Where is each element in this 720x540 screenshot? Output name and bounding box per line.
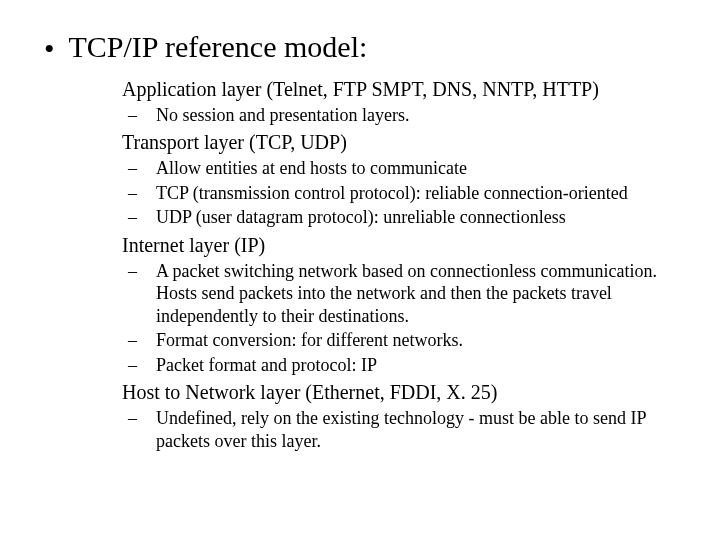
item-text: UDP (user datagram protocol): unreliable… bbox=[156, 207, 566, 227]
item-text: Undefined, rely on the existing technolo… bbox=[156, 408, 646, 451]
item-text: TCP (transmission control protocol): rel… bbox=[156, 183, 628, 203]
title-row: • TCP/IP reference model: bbox=[40, 30, 680, 65]
item-text: Packet format and protocol: IP bbox=[156, 355, 377, 375]
item-text: No session and presentation layers. bbox=[156, 105, 409, 125]
list-item: –TCP (transmission control protocol): re… bbox=[122, 182, 680, 205]
list-item: –Packet format and protocol: IP bbox=[122, 354, 680, 377]
list-item: –UDP (user datagram protocol): unreliabl… bbox=[122, 206, 680, 229]
section-heading: Transport layer (TCP, UDP) bbox=[122, 130, 680, 155]
list-item: –Undefined, rely on the existing technol… bbox=[122, 407, 680, 452]
section-heading: Host to Network layer (Ethernet, FDDI, X… bbox=[122, 380, 680, 405]
item-text: A packet switching network based on conn… bbox=[156, 261, 657, 326]
slide-body: Application layer (Telnet, FTP SMPT, DNS… bbox=[40, 77, 680, 453]
item-text: Format conversion: for different network… bbox=[156, 330, 463, 350]
bullet-icon: • bbox=[44, 34, 55, 64]
slide: • TCP/IP reference model: Application la… bbox=[0, 0, 720, 540]
section-heading: Application layer (Telnet, FTP SMPT, DNS… bbox=[122, 77, 680, 102]
section-transport: Transport layer (TCP, UDP) –Allow entiti… bbox=[122, 130, 680, 229]
list-item: –A packet switching network based on con… bbox=[122, 260, 680, 328]
item-text: Allow entities at end hosts to communica… bbox=[156, 158, 467, 178]
list-item: –Format conversion: for different networ… bbox=[122, 329, 680, 352]
slide-title: TCP/IP reference model: bbox=[69, 30, 368, 65]
list-item: –No session and presentation layers. bbox=[122, 104, 680, 127]
section-internet: Internet layer (IP) –A packet switching … bbox=[122, 233, 680, 377]
section-heading: Internet layer (IP) bbox=[122, 233, 680, 258]
section-application: Application layer (Telnet, FTP SMPT, DNS… bbox=[122, 77, 680, 127]
section-host-network: Host to Network layer (Ethernet, FDDI, X… bbox=[122, 380, 680, 452]
list-item: –Allow entities at end hosts to communic… bbox=[122, 157, 680, 180]
